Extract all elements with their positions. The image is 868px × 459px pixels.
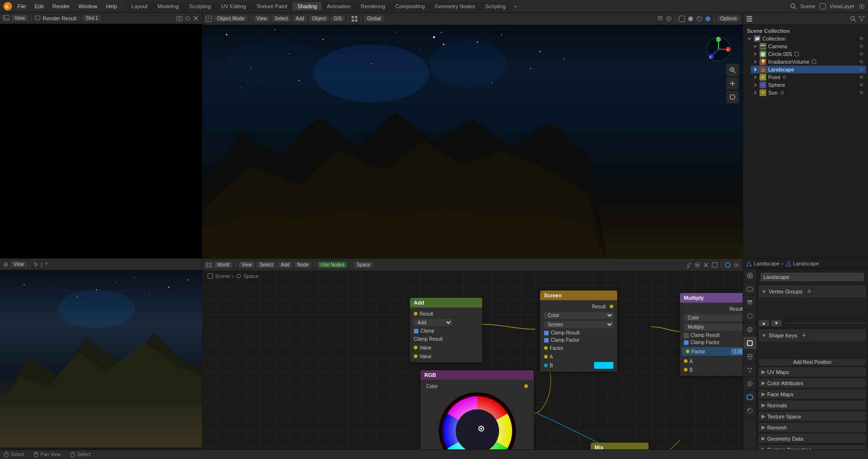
add-node-clamp-row[interactable]: Clamp xyxy=(410,327,482,334)
screen-node-clamp-factor-cb[interactable] xyxy=(544,338,549,343)
props-output-icon[interactable] xyxy=(743,282,757,296)
magnet-icon[interactable] xyxy=(657,15,664,22)
face-maps-header[interactable]: ▶ Face Maps xyxy=(759,389,866,399)
multiply-clamp-result-row[interactable]: Clamp Result xyxy=(680,332,743,339)
add-node-dropdown-row[interactable]: Add Multiply Screen xyxy=(410,318,482,327)
screen-node-type-select[interactable]: Screen xyxy=(544,321,613,328)
transform-btn[interactable]: Global xyxy=(364,15,384,22)
multiply-type-dropdown-row[interactable]: Multiply xyxy=(680,322,743,332)
ws-texture-paint[interactable]: Texture Paint xyxy=(251,2,292,10)
irradiance-visibility-icon[interactable]: 👁 xyxy=(859,59,864,65)
props-modifier-icon[interactable] xyxy=(743,350,757,363)
add-node[interactable]: Add Result Add Multiply Screen xyxy=(410,298,482,362)
zoom-icon[interactable] xyxy=(726,64,739,76)
outliner-point[interactable]: ● Point 👁 xyxy=(751,73,866,81)
ws-layout[interactable]: Layout xyxy=(127,2,152,10)
sphere-visibility-icon[interactable]: 👁 xyxy=(859,82,864,88)
proportional-icon[interactable] xyxy=(665,15,672,22)
multiply-clamp-result-cb[interactable] xyxy=(684,333,689,338)
ws-compositing[interactable]: Compositing xyxy=(391,2,430,10)
shading-material-icon[interactable] xyxy=(696,15,703,22)
geometry-data-header[interactable]: ▶ Geometry Data xyxy=(759,434,866,443)
ws-geo-nodes[interactable]: Geometry Nodes xyxy=(430,2,480,10)
props-object-icon[interactable] xyxy=(743,336,757,350)
point-visibility-icon[interactable]: 👁 xyxy=(859,74,864,80)
node-overlay-icon[interactable] xyxy=(694,262,701,268)
screen-node-color-select[interactable]: Color xyxy=(544,312,613,319)
landscape-visibility-icon[interactable]: 👁 xyxy=(859,67,864,72)
object-name-input[interactable] xyxy=(760,273,864,281)
menu-render[interactable]: Render xyxy=(49,2,74,10)
add-node-type-select[interactable]: Add Multiply Screen xyxy=(414,319,452,326)
view-menu-left[interactable]: View xyxy=(12,15,28,21)
screen-node-type-dropdown-row[interactable]: Screen xyxy=(540,320,617,329)
close-btn-icon[interactable] xyxy=(192,15,199,22)
add-rest-position-btn[interactable]: Add Rest Position xyxy=(759,359,866,365)
node-node-btn[interactable]: Node xyxy=(294,262,312,268)
shape-keys-add-btn[interactable]: + xyxy=(799,331,809,340)
screen-node-clamp-factor-row[interactable]: Clamp Factor xyxy=(540,336,617,344)
menu-help[interactable]: Help xyxy=(102,2,121,10)
multiply-color-select[interactable]: Color xyxy=(684,314,743,321)
vg-arrow-down-btn[interactable]: ▼ xyxy=(771,320,782,326)
outliner-collection[interactable]: 📁 Collection 👁 xyxy=(745,35,866,42)
vertex-groups-header[interactable]: ▼ Vertex Groups + xyxy=(759,285,866,298)
shading-solid-icon[interactable] xyxy=(687,15,694,22)
vp-object-btn[interactable]: Object xyxy=(309,15,329,22)
node-view-btn[interactable]: View xyxy=(239,262,255,268)
node-select-btn[interactable]: Select xyxy=(257,262,276,268)
search-icon[interactable] xyxy=(790,3,797,10)
orbit-icon[interactable] xyxy=(726,91,739,103)
rgb-node[interactable]: RGB Color xyxy=(420,370,534,459)
outliner-sphere[interactable]: ○ Sphere 👁 xyxy=(751,81,866,89)
screen-node[interactable]: Screen Result Color xyxy=(540,291,617,372)
search-outliner-icon[interactable] xyxy=(850,15,856,22)
props-material-icon[interactable] xyxy=(743,404,757,417)
props-render-icon[interactable] xyxy=(743,269,757,282)
screen-node-clamp-result-row[interactable]: Clamp Result xyxy=(540,329,617,336)
world-btn[interactable]: World xyxy=(214,262,232,268)
ws-modeling[interactable]: Modeling xyxy=(153,2,184,10)
viewport-options-btn[interactable]: Options xyxy=(718,15,740,22)
vg-arrow-up-btn[interactable]: ▲ xyxy=(759,320,769,326)
collection-visibility-icon[interactable]: 👁 xyxy=(859,36,864,42)
vp-view-btn[interactable]: View xyxy=(254,15,270,22)
ws-animation[interactable]: Animation xyxy=(322,2,355,10)
outliner-circle[interactable]: ⬤ Circle.005 👁 xyxy=(751,50,866,58)
outliner-landscape[interactable]: △ Landscape 👁 xyxy=(751,66,866,73)
pan-icon[interactable] xyxy=(726,77,739,90)
shape-keys-header[interactable]: ▼ Shape Keys + xyxy=(759,329,866,342)
uv-maps-header[interactable]: ▶ UV Maps xyxy=(759,367,866,376)
props-physics-icon[interactable] xyxy=(743,377,757,390)
menu-file[interactable]: File xyxy=(14,2,30,10)
multiply-clamp-factor-row[interactable]: Clamp Factor xyxy=(680,339,743,346)
ws-uv-editing[interactable]: UV Editing xyxy=(216,2,251,10)
use-nodes-btn[interactable]: Use Nodes xyxy=(318,262,347,268)
props-world-icon[interactable] xyxy=(743,323,757,336)
outliner-sun[interactable]: ☀ Sun 👁 xyxy=(751,89,866,97)
slot-btn[interactable]: Slot 1 xyxy=(83,15,101,21)
node-close-icon[interactable] xyxy=(703,262,709,268)
add-node-clamp-checkbox[interactable] xyxy=(414,329,419,334)
vp-select-btn[interactable]: Select xyxy=(271,15,291,22)
node-settings-icon[interactable] xyxy=(733,262,740,268)
multiply-node[interactable]: Multiply Result Color xyxy=(680,293,743,376)
ws-add-tab[interactable]: + xyxy=(511,2,520,10)
vp-gis-btn[interactable]: GIS xyxy=(331,15,345,22)
ws-rendering[interactable]: Rendering xyxy=(356,2,390,10)
outliner-camera[interactable]: 📷 Camera 👁 xyxy=(751,42,866,50)
shading-render-icon[interactable] xyxy=(705,15,711,22)
sun-visibility-icon[interactable]: 👁 xyxy=(859,90,864,96)
screen-node-color-dropdown-row[interactable]: Color xyxy=(540,311,617,320)
texture-space-header[interactable]: ▶ Texture Space xyxy=(759,412,866,421)
pin-icon[interactable] xyxy=(685,262,692,268)
props-view-layer-icon[interactable] xyxy=(743,296,757,309)
multiply-color-dropdown-row[interactable]: Color xyxy=(680,313,743,322)
object-mode-btn[interactable]: Object Mode xyxy=(214,15,247,22)
menu-edit[interactable]: Edit xyxy=(31,2,48,10)
remesh-header[interactable]: ▶ Remesh xyxy=(759,423,866,432)
ws-scripting[interactable]: Scripting xyxy=(480,2,511,10)
viewport-type-icon[interactable] xyxy=(351,15,358,22)
props-data-icon[interactable] xyxy=(743,390,757,404)
color-attributes-header[interactable]: ▶ Color Attributes xyxy=(759,378,866,388)
